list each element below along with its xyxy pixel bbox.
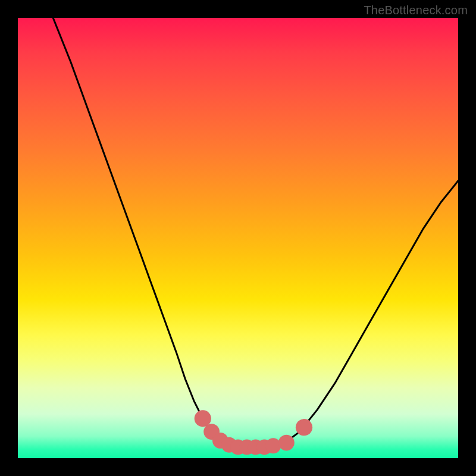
bottleneck-curve: [53, 18, 458, 447]
chart-frame: TheBottleneck.com: [0, 0, 476, 476]
valley-markers: [195, 410, 312, 455]
watermark-text: TheBottleneck.com: [364, 4, 468, 17]
marker-floor-6: [265, 438, 281, 453]
plot-area: [18, 18, 458, 458]
curve-path: [53, 18, 458, 447]
marker-right-valley-a: [278, 435, 295, 451]
marker-right-valley-gap: [296, 419, 312, 436]
curve-layer: [18, 18, 458, 458]
